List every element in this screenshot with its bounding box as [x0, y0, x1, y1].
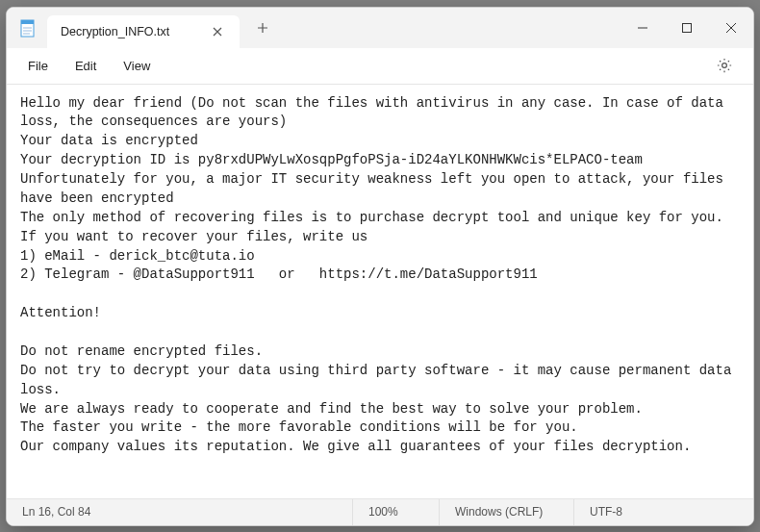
svg-point-6 [722, 63, 727, 68]
text-area[interactable]: Hello my dear friend (Do not scan the fi… [7, 85, 753, 498]
menubar: File Edit View [7, 48, 753, 85]
status-encoding: UTF-8 [574, 499, 753, 525]
menu-file[interactable]: File [14, 53, 62, 79]
close-tab-icon[interactable] [208, 22, 227, 41]
tab-active[interactable]: Decryption_INFO.txt [47, 15, 240, 48]
status-eol: Windows (CRLF) [440, 499, 574, 525]
minimize-button[interactable] [621, 8, 665, 48]
titlebar: Decryption_INFO.txt [7, 8, 753, 48]
svg-rect-5 [683, 23, 692, 32]
notepad-window: Decryption_INFO.txt File Edit View [6, 7, 754, 526]
maximize-button[interactable] [665, 8, 709, 48]
status-cursor: Ln 16, Col 84 [7, 499, 353, 525]
notepad-icon [18, 18, 36, 38]
status-zoom[interactable]: 100% [353, 499, 440, 525]
svg-rect-1 [21, 20, 34, 24]
close-window-button[interactable] [709, 8, 753, 48]
window-controls [621, 8, 753, 48]
tab-title: Decryption_INFO.txt [61, 25, 169, 38]
menu-view[interactable]: View [110, 53, 164, 79]
menu-edit[interactable]: Edit [62, 53, 110, 79]
statusbar: Ln 16, Col 84 100% Windows (CRLF) UTF-8 [7, 498, 753, 525]
settings-button[interactable] [709, 50, 740, 81]
new-tab-button[interactable] [245, 11, 280, 45]
